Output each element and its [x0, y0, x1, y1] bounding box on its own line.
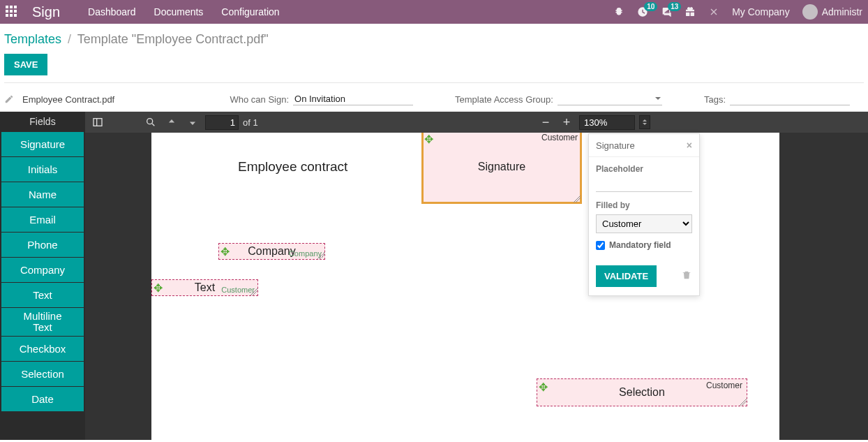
zoom-out-icon[interactable]: − [537, 114, 554, 131]
resize-handle-icon[interactable] [250, 288, 257, 295]
group-input[interactable] [558, 93, 662, 105]
breadcrumb-sep: / [65, 32, 74, 46]
svg-line-3 [152, 124, 154, 126]
who-label: Who can Sign: [230, 94, 289, 105]
breadcrumb: Templates / Template "Employee Contract.… [4, 32, 864, 47]
field-label: Selection [619, 386, 665, 399]
tags-input[interactable] [730, 93, 850, 105]
field-role: Customer [706, 381, 742, 390]
field-role: Customer [221, 286, 255, 294]
avatar [802, 4, 818, 20]
template-access-group: Template Access Group: [455, 93, 662, 105]
nav-configuration[interactable]: Configuration [221, 6, 279, 17]
page-up-icon[interactable] [163, 114, 180, 131]
zoom-in-icon[interactable]: + [558, 114, 575, 131]
activities-icon[interactable]: 10 [637, 6, 648, 17]
trash-icon[interactable] [681, 270, 692, 283]
palette-company[interactable]: Company [1, 258, 84, 282]
resize-handle-icon[interactable] [740, 399, 747, 406]
validate-button[interactable]: VALIDATE [596, 265, 657, 287]
who-can-sign: Who can Sign: [230, 93, 413, 105]
mandatory-label: Mandatory field [609, 240, 671, 250]
field-role: Company [289, 249, 322, 258]
debug-icon[interactable] [613, 6, 624, 17]
palette-date[interactable]: Date [1, 387, 84, 411]
find-icon[interactable] [142, 114, 159, 131]
nav-links: Dashboard Documents Configuration [88, 6, 280, 17]
palette-initials[interactable]: Initials [1, 157, 84, 182]
move-handle-icon[interactable]: ✥ [154, 281, 163, 295]
zoom-select-icon[interactable] [639, 115, 650, 129]
who-input[interactable] [293, 93, 413, 105]
zoom-input[interactable] [579, 115, 635, 130]
nav-dashboard[interactable]: Dashboard [88, 6, 136, 17]
discuss-icon[interactable]: 13 [661, 6, 672, 17]
topbar-right: 10 13 My Company Administr [613, 4, 862, 20]
tags-label: Tags: [704, 94, 726, 105]
move-handle-icon[interactable]: ✥ [539, 381, 548, 394]
apps-icon[interactable] [6, 6, 18, 18]
move-handle-icon[interactable]: ✥ [220, 245, 230, 258]
company-switcher[interactable]: My Company [732, 6, 789, 17]
document-name[interactable]: Employee Contract.pdf [22, 94, 114, 105]
palette-email[interactable]: Email [1, 207, 84, 232]
popup-close-icon[interactable]: × [687, 140, 692, 151]
page-title: Employee contract [238, 159, 347, 175]
fields-palette: Fields Signature Initials Name Email Pho… [0, 112, 85, 440]
palette-selection[interactable]: Selection [1, 362, 84, 386]
user-menu[interactable]: Administr [802, 4, 862, 20]
pencil-icon[interactable] [4, 94, 14, 104]
breadcrumb-bar: Templates / Template "Employee Contract.… [0, 24, 868, 86]
mandatory-checkbox[interactable] [596, 241, 605, 250]
field-properties-popup: Signature × Placeholder Filled by Custom… [588, 133, 700, 296]
tags: Tags: [704, 93, 850, 105]
group-label: Template Access Group: [455, 94, 553, 105]
save-button[interactable]: SAVE [4, 54, 47, 75]
breadcrumb-current: Template "Employee Contract.pdf" [77, 32, 269, 46]
user-name: Administr [822, 6, 862, 17]
field-text[interactable]: ✥ Text Customer [151, 279, 258, 296]
field-signature[interactable]: ✥ Customer Signature [422, 133, 581, 203]
close-icon[interactable] [708, 6, 719, 17]
palette-signature[interactable]: Signature [1, 132, 84, 156]
field-company[interactable]: ✥ Company Company [218, 243, 325, 260]
palette-text[interactable]: Text [1, 283, 84, 307]
palette-phone[interactable]: Phone [1, 233, 84, 257]
resize-handle-icon[interactable] [317, 252, 324, 259]
editor: Fields Signature Initials Name Email Pho… [0, 112, 868, 440]
placeholder-input[interactable] [596, 178, 692, 192]
activities-badge: 10 [644, 2, 657, 11]
palette-header: Fields [0, 112, 85, 131]
page-down-icon[interactable] [184, 114, 201, 131]
brand: Sign [32, 4, 60, 20]
nav-documents[interactable]: Documents [154, 6, 204, 17]
popup-title: Signature [596, 140, 635, 151]
pdf-canvas[interactable]: Employee contract ✥ Customer Signature ✥… [85, 133, 868, 440]
page-input[interactable] [205, 115, 239, 130]
svg-point-2 [147, 119, 153, 124]
sidebar-toggle-icon[interactable] [89, 114, 106, 131]
breadcrumb-root[interactable]: Templates [4, 32, 61, 46]
filled-by-select[interactable]: Customer [596, 214, 692, 233]
config-row: Employee Contract.pdf Who can Sign: Temp… [0, 86, 868, 111]
field-label: Text [195, 281, 215, 294]
field-selection[interactable]: ✥ Selection Customer [537, 378, 747, 406]
svg-rect-0 [93, 119, 102, 126]
palette-name[interactable]: Name [1, 182, 84, 207]
palette-multiline-text[interactable]: MultilineText [1, 308, 84, 336]
config-group: Who can Sign: Template Access Group: Tag… [230, 93, 864, 105]
resize-handle-icon[interactable] [574, 196, 581, 202]
palette-checkbox[interactable]: Checkbox [1, 337, 84, 361]
field-role: Customer [541, 133, 578, 142]
filled-by-label: Filled by [596, 200, 692, 210]
topbar: Sign Dashboard Documents Configuration 1… [0, 0, 868, 24]
gift-icon[interactable] [684, 6, 696, 17]
page-of: of 1 [243, 117, 258, 128]
move-handle-icon[interactable]: ✥ [424, 133, 433, 146]
pdf-toolbar: of 1 − + [85, 112, 868, 133]
discuss-badge: 13 [668, 2, 681, 11]
placeholder-label: Placeholder [596, 164, 692, 174]
field-label: Signature [478, 161, 526, 173]
